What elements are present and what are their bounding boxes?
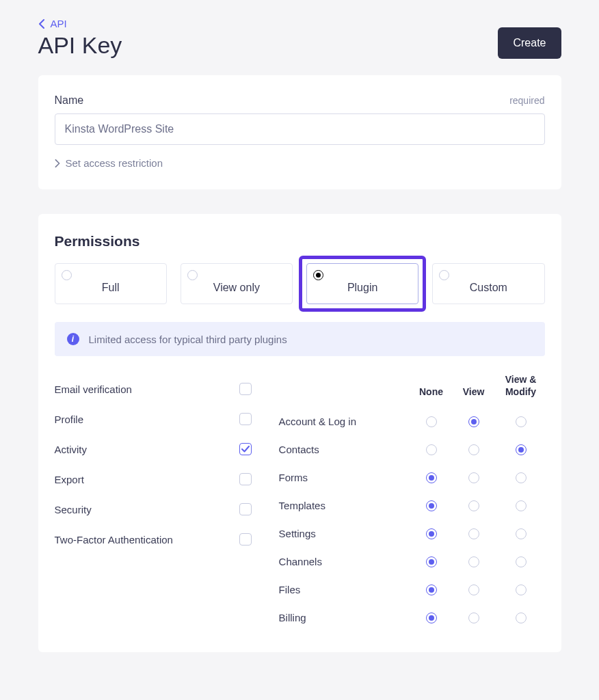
required-indicator: required: [509, 95, 544, 106]
chevron-left-icon: [38, 19, 45, 29]
chevron-right-icon: [55, 159, 60, 167]
perm-item-label: Files: [279, 584, 408, 595]
perm-item: Two-Factor Authentication: [55, 524, 252, 554]
name-card: Name required Set access restriction: [38, 75, 561, 189]
perm-item: Account & Log in: [279, 407, 545, 435]
perm-item: Channels: [279, 548, 545, 576]
perm-option-view-only[interactable]: View only: [181, 263, 293, 304]
perm-option-full[interactable]: Full: [55, 263, 167, 304]
perm-item: Settings: [279, 520, 545, 548]
perm-item-radio-view[interactable]: [468, 612, 479, 623]
perm-option-radio: [62, 270, 72, 280]
breadcrumb-api[interactable]: API: [38, 18, 122, 29]
perm-item-label: Forms: [279, 472, 408, 483]
perm-item-radio-view-modify[interactable]: [516, 556, 527, 567]
name-input[interactable]: [55, 113, 545, 145]
col-header-view-modify: View & Modify: [497, 374, 545, 398]
col-header-none: None: [412, 374, 451, 398]
page-title: API Key: [38, 32, 122, 59]
perm-item-radio-view[interactable]: [468, 584, 479, 595]
perm-item-radio-view-modify[interactable]: [516, 416, 527, 427]
perm-item-radio-none[interactable]: [426, 500, 437, 511]
perm-item: Profile: [55, 404, 252, 434]
perm-item-checkbox[interactable]: [239, 503, 252, 515]
perm-item-radio-none[interactable]: [426, 416, 437, 427]
perm-option-label: Custom: [470, 282, 507, 293]
perm-item: Forms: [279, 463, 545, 492]
info-banner: i Limited access for typical third party…: [55, 322, 545, 356]
perm-option-label: View only: [213, 282, 260, 293]
permissions-title: Permissions: [55, 233, 545, 250]
perm-item-label: Account & Log in: [279, 416, 408, 427]
perm-item-radio-view[interactable]: [468, 528, 479, 539]
perm-item: Export: [55, 464, 252, 494]
perm-item-radio-view-modify[interactable]: [516, 584, 527, 595]
perm-item: Contacts: [279, 435, 545, 463]
perm-item-label: Templates: [279, 500, 408, 511]
perm-item-label: Activity: [55, 444, 88, 455]
perm-option-label: Full: [102, 282, 120, 293]
perm-item: Activity: [55, 434, 252, 464]
perm-item-radio-view-modify[interactable]: [516, 444, 527, 455]
perm-item-label: Security: [55, 504, 92, 515]
perm-option-custom[interactable]: Custom: [432, 263, 544, 304]
perm-item-radio-view-modify[interactable]: [516, 612, 527, 623]
perm-item-radio-none[interactable]: [426, 472, 437, 483]
access-restriction-label: Set access restriction: [66, 157, 163, 169]
perm-item-radio-view-modify[interactable]: [516, 528, 527, 539]
perm-item-label: Billing: [279, 612, 408, 623]
perm-item-checkbox[interactable]: [239, 383, 252, 395]
perm-item-checkbox[interactable]: [239, 443, 252, 455]
perm-option-plugin[interactable]: Plugin: [306, 263, 418, 304]
info-icon: i: [67, 333, 79, 345]
name-label: Name: [55, 94, 84, 107]
col-header-view: View: [455, 374, 493, 398]
perm-item-label: Email verification: [55, 383, 132, 395]
perm-option-radio: [187, 270, 198, 280]
perm-item-radio-view-modify[interactable]: [516, 472, 527, 483]
perm-item-checkbox[interactable]: [239, 413, 252, 425]
perm-option-label: Plugin: [347, 282, 377, 293]
perm-item-label: Settings: [279, 528, 408, 539]
perm-item-radio-view-modify[interactable]: [516, 500, 527, 511]
perm-item-radio-none[interactable]: [426, 444, 437, 455]
perm-item-checkbox[interactable]: [239, 473, 252, 485]
access-restriction-toggle[interactable]: Set access restriction: [55, 157, 545, 169]
perm-item-label: Channels: [279, 556, 408, 567]
perm-item: Email verification: [55, 374, 252, 404]
perm-item-radio-none[interactable]: [426, 584, 437, 595]
perm-item-checkbox[interactable]: [239, 533, 252, 546]
perm-item: Files: [279, 576, 545, 604]
perm-item-radio-view[interactable]: [468, 416, 479, 427]
perm-option-highlight: Plugin: [299, 256, 426, 312]
perm-option-radio: [313, 270, 323, 280]
create-button[interactable]: Create: [498, 27, 561, 59]
perm-option-radio: [439, 270, 449, 280]
perm-item-radio-view[interactable]: [468, 472, 479, 483]
perm-item-radio-none[interactable]: [426, 528, 437, 539]
permissions-card: Permissions FullView onlyPluginCustom i …: [38, 214, 561, 652]
perm-item: Security: [55, 494, 252, 524]
perm-item-label: Two-Factor Authentication: [55, 534, 173, 546]
perm-item-radio-none[interactable]: [426, 556, 437, 567]
perm-item-label: Export: [55, 474, 84, 485]
info-text: Limited access for typical third party p…: [89, 334, 287, 345]
breadcrumb-label: API: [51, 18, 67, 29]
perm-item-radio-view[interactable]: [468, 444, 479, 455]
perm-item-label: Profile: [55, 414, 84, 425]
perm-item-radio-view[interactable]: [468, 500, 479, 511]
perm-item-radio-none[interactable]: [426, 612, 437, 623]
perm-item-radio-view[interactable]: [468, 556, 479, 567]
perm-item-label: Contacts: [279, 444, 408, 455]
perm-item: Templates: [279, 492, 545, 520]
perm-item: Billing: [279, 604, 545, 632]
